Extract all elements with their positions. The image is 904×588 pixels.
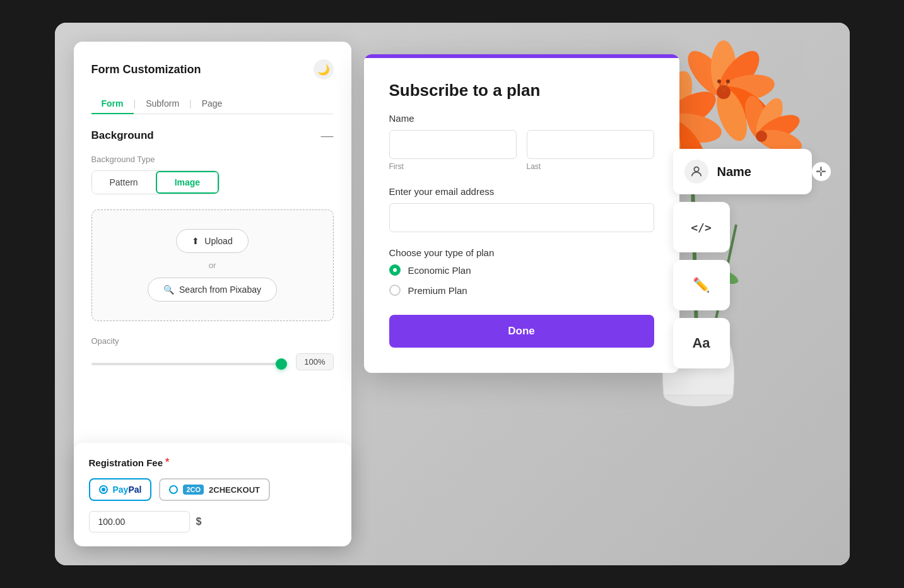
- edit-toolbar-card[interactable]: ✏️: [673, 260, 730, 310]
- amount-row: $: [89, 511, 336, 532]
- pattern-button[interactable]: Pattern: [92, 171, 156, 194]
- pixabay-button[interactable]: 🔍 Search from Pixabay: [148, 278, 277, 302]
- opacity-value: 100%: [296, 353, 333, 370]
- code-icon: </>: [691, 221, 712, 234]
- opacity-section: Opacity 100%: [91, 336, 334, 370]
- code-toolbar-card[interactable]: </>: [673, 202, 730, 252]
- email-label: Enter your email address: [389, 186, 654, 197]
- name-toolbar-wrapper: Name ✛: [673, 149, 812, 194]
- amount-input[interactable]: [89, 511, 190, 532]
- twocheckout-option[interactable]: 2CO 2CHECKOUT: [159, 478, 270, 501]
- registration-title: Registration Fee *: [89, 457, 336, 468]
- first-name-group: First: [389, 130, 517, 171]
- done-button[interactable]: Done: [389, 315, 654, 348]
- paypal-logo: PayPal: [113, 485, 142, 495]
- premium-plan-option[interactable]: Premium Plan: [389, 285, 654, 296]
- paypal-radio: [99, 485, 108, 494]
- tab-bar: Form | Subform | Page: [91, 93, 334, 114]
- tab-page[interactable]: Page: [192, 93, 233, 114]
- pixabay-label: Search from Pixabay: [179, 285, 261, 295]
- upload-button[interactable]: ⬆ Upload: [176, 229, 248, 253]
- tab-form[interactable]: Form: [91, 93, 134, 114]
- opacity-slider[interactable]: [91, 363, 288, 365]
- image-button[interactable]: Image: [156, 171, 219, 194]
- upload-area: ⬆ Upload or 🔍 Search from Pixabay: [91, 209, 334, 321]
- first-name-input[interactable]: [389, 130, 517, 159]
- main-container: Form Customization 🌙 Form | Subform | Pa…: [55, 23, 850, 565]
- font-toolbar-card[interactable]: Aa: [673, 318, 730, 368]
- email-section: Enter your email address: [389, 186, 654, 232]
- name-label: Name: [389, 113, 654, 124]
- last-name-input[interactable]: [527, 130, 654, 159]
- person-icon: [684, 160, 708, 184]
- form-title: Subscribe to a plan: [389, 81, 654, 100]
- twocheckout-radio: [169, 485, 178, 494]
- svg-point-26: [726, 79, 730, 83]
- svg-point-32: [756, 131, 767, 142]
- upload-icon: ⬆: [192, 236, 199, 246]
- form-content: Subscribe to a plan Name First Last Ente…: [364, 58, 679, 373]
- opacity-slider-wrapper: [91, 356, 288, 368]
- economic-radio: [389, 264, 401, 276]
- move-icon[interactable]: ✛: [812, 162, 831, 181]
- twocheckout-badge: 2CO: [183, 485, 204, 495]
- opacity-label: Opacity: [91, 336, 334, 346]
- background-section-header: Background —: [91, 129, 334, 142]
- paypal-option[interactable]: PayPal: [89, 478, 152, 501]
- first-label: First: [389, 162, 517, 171]
- panel-header: Form Customization 🌙: [91, 59, 334, 79]
- payment-options: PayPal 2CO 2CHECKOUT: [89, 478, 336, 501]
- form-preview: Subscribe to a plan Name First Last Ente…: [364, 54, 679, 373]
- currency-symbol: $: [196, 516, 202, 527]
- svg-point-27: [717, 79, 721, 83]
- economic-plan-option[interactable]: Economic Plan: [389, 264, 654, 276]
- registration-panel: Registration Fee * PayPal 2CO 2CHECKOUT …: [74, 443, 351, 546]
- tab-subform[interactable]: Subform: [136, 93, 189, 114]
- twocheckout-label: 2CHECKOUT: [209, 485, 260, 495]
- dark-mode-toggle[interactable]: 🌙: [314, 59, 334, 79]
- panel-title: Form Customization: [91, 63, 201, 76]
- plan-section: Choose your type of plan Economic Plan P…: [389, 247, 654, 296]
- last-name-group: Last: [527, 130, 654, 171]
- name-fields: First Last: [389, 130, 654, 171]
- required-indicator: *: [165, 457, 169, 468]
- upload-label: Upload: [204, 236, 232, 246]
- last-label: Last: [527, 162, 654, 171]
- email-input[interactable]: [389, 203, 654, 232]
- or-text: or: [209, 261, 216, 270]
- bg-type-buttons: Pattern Image: [91, 170, 220, 194]
- premium-label: Premium Plan: [408, 285, 467, 296]
- name-toolbar-card[interactable]: Name: [673, 149, 812, 194]
- name-toolbar-label: Name: [717, 165, 751, 179]
- premium-radio: [389, 285, 401, 296]
- collapse-button[interactable]: —: [321, 129, 334, 142]
- font-icon: Aa: [692, 335, 710, 351]
- plan-label: Choose your type of plan: [389, 247, 654, 258]
- opacity-control: 100%: [91, 353, 334, 370]
- svg-point-35: [694, 167, 698, 172]
- bg-type-label: Background Type: [91, 155, 334, 164]
- search-icon: 🔍: [163, 285, 174, 295]
- background-section-title: Background: [91, 129, 154, 142]
- pencil-icon: ✏️: [693, 277, 710, 293]
- economic-label: Economic Plan: [408, 265, 471, 276]
- right-toolbar: Name ✛ </> ✏️ Aa: [673, 149, 812, 368]
